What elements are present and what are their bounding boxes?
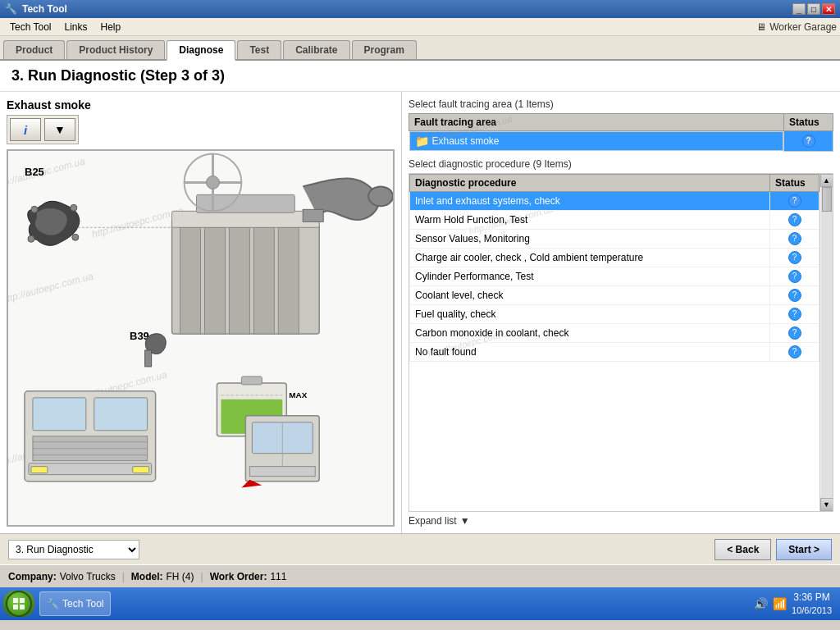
maximize-button[interactable]: □ bbox=[807, 3, 820, 15]
svg-rect-7 bbox=[229, 227, 249, 334]
svg-point-3 bbox=[28, 235, 34, 242]
diag-cell-6: Fuel quality, check bbox=[410, 304, 770, 323]
company-label: Company: bbox=[8, 571, 57, 582]
svg-rect-42 bbox=[13, 598, 18, 603]
scrollbar[interactable]: ▲ ▼ bbox=[819, 174, 833, 512]
diag-status-7: ? bbox=[770, 323, 819, 342]
start-button[interactable]: Start > bbox=[776, 539, 832, 560]
model-label: Model: bbox=[131, 571, 163, 582]
company-value: Volvo Trucks bbox=[60, 571, 116, 582]
tab-calibrate[interactable]: Calibrate bbox=[283, 40, 349, 59]
diagnostic-section: Select diagnostic procedure (9 Items) Di… bbox=[409, 158, 833, 527]
diag-status-6: ? bbox=[770, 304, 819, 323]
svg-rect-11 bbox=[197, 194, 295, 212]
info-button[interactable]: i bbox=[10, 118, 41, 141]
menu-links[interactable]: Links bbox=[57, 20, 94, 34]
tab-test[interactable]: Test bbox=[237, 40, 281, 59]
diag-row-4[interactable]: Cylinder Performance, Test ? bbox=[410, 267, 819, 285]
fault-tracing-table: Fault tracing area Status 📁 Exhaust smok… bbox=[409, 113, 833, 152]
statusbar-separator1: | bbox=[122, 571, 125, 582]
expand-list-button[interactable]: Expand list ▼ bbox=[409, 515, 833, 527]
diag-table-container[interactable]: Diagnostic procedure Status Inlet and ex… bbox=[409, 173, 833, 513]
titlebar: 🔧 Tech Tool _ □ ✕ bbox=[0, 0, 840, 18]
diag-status-icon-3: ? bbox=[788, 251, 801, 264]
svg-point-0 bbox=[31, 206, 38, 212]
app-title: Tech Tool bbox=[22, 3, 67, 15]
start-button-taskbar[interactable] bbox=[3, 591, 34, 617]
diag-col-procedure: Diagnostic procedure bbox=[410, 174, 770, 191]
page-title: 3. Run Diagnostic (Step 3 of 3) bbox=[11, 67, 829, 84]
speaker-icon: 🔊 bbox=[754, 597, 768, 610]
work-order-value: 111 bbox=[270, 571, 286, 582]
fault-cell-area: 📁 Exhaust smoke bbox=[409, 131, 784, 151]
diag-row-0[interactable]: Inlet and exhaust systems, check ? bbox=[410, 191, 819, 210]
diagram-toolbar: i ▼ bbox=[7, 115, 79, 144]
diag-status-8: ? bbox=[770, 342, 819, 361]
svg-rect-5 bbox=[180, 227, 201, 334]
taskbar-right: 🔊 📶 3:36 PM 10/6/2013 bbox=[754, 591, 837, 616]
diag-cell-3: Charge air cooler, check , Cold ambient … bbox=[410, 248, 770, 267]
menu-help[interactable]: Help bbox=[94, 20, 128, 34]
tab-product-history[interactable]: Product History bbox=[66, 40, 165, 59]
scroll-down-arrow[interactable]: ▼ bbox=[820, 498, 833, 511]
svg-rect-26 bbox=[31, 467, 48, 473]
content-area: Exhaust smoke i ▼ http://autoepc.com.ua … bbox=[0, 92, 840, 533]
filter-button[interactable]: ▼ bbox=[44, 118, 75, 141]
svg-point-1 bbox=[71, 204, 77, 211]
fault-row-0[interactable]: 📁 Exhaust smoke ? bbox=[409, 131, 833, 152]
diag-status-icon-4: ? bbox=[788, 270, 801, 283]
tab-program[interactable]: Program bbox=[352, 40, 417, 59]
diag-row-7[interactable]: Carbon monoxide in coolant, check ? bbox=[410, 323, 819, 342]
right-panel: http://autoepc.com.ua http://autoepc.com… bbox=[402, 92, 840, 533]
expand-list-label: Expand list bbox=[409, 515, 457, 527]
svg-rect-6 bbox=[204, 227, 225, 334]
engine-diagram-svg: MAX MIN bbox=[8, 151, 393, 525]
diag-row-2[interactable]: Sensor Values, Monitoring ? bbox=[410, 229, 819, 248]
status-icon-0: ? bbox=[802, 135, 815, 148]
tabbar: Product Product History Diagnose Test Ca… bbox=[0, 36, 840, 61]
diag-row-3[interactable]: Charge air cooler, check , Cold ambient … bbox=[410, 248, 819, 267]
network-icon: 📶 bbox=[773, 597, 787, 610]
back-button[interactable]: < Back bbox=[714, 539, 771, 560]
monitor-icon: 🖥 bbox=[756, 21, 766, 33]
minimize-button[interactable]: _ bbox=[792, 3, 806, 15]
taskbar-app-techtool[interactable]: 🔧 Tech Tool bbox=[39, 591, 111, 616]
diag-row-1[interactable]: Warm Hold Function, Test ? bbox=[410, 210, 819, 229]
tab-product[interactable]: Product bbox=[3, 40, 65, 59]
step-select[interactable]: 3. Run Diagnostic bbox=[8, 540, 139, 559]
diag-status-5: ? bbox=[770, 285, 819, 304]
diag-col-status: Status bbox=[770, 174, 819, 191]
svg-rect-10 bbox=[172, 211, 320, 227]
fault-cell-status: ? bbox=[784, 131, 833, 152]
statusbar: Company: Volvo Trucks | Model: FH (4) | … bbox=[0, 564, 840, 587]
app-icon: 🔧 bbox=[5, 3, 17, 15]
svg-point-2 bbox=[72, 234, 79, 240]
navigation-buttons: < Back Start > bbox=[714, 539, 832, 560]
diag-status-icon-2: ? bbox=[788, 232, 801, 245]
diag-row-8[interactable]: No fault found ? bbox=[410, 342, 819, 361]
statusbar-separator2: | bbox=[201, 571, 203, 582]
diag-status-icon-8: ? bbox=[788, 345, 801, 358]
diag-row-5[interactable]: Coolant level, check ? bbox=[410, 285, 819, 304]
scroll-up-arrow[interactable]: ▲ bbox=[820, 174, 833, 187]
fault-tracing-section: Select fault tracing area (1 Items) Faul… bbox=[409, 98, 833, 152]
svg-rect-43 bbox=[20, 598, 25, 603]
main-content: 3. Run Diagnostic (Step 3 of 3) Exhaust … bbox=[0, 61, 840, 533]
svg-point-16 bbox=[368, 186, 393, 206]
diag-row-6[interactable]: Fuel quality, check ? bbox=[410, 304, 819, 323]
scroll-thumb[interactable] bbox=[822, 187, 832, 212]
diag-status-3: ? bbox=[770, 248, 819, 267]
svg-rect-17 bbox=[303, 209, 323, 221]
tab-diagnose[interactable]: Diagnose bbox=[167, 40, 235, 61]
diag-cell-2: Sensor Values, Monitoring bbox=[410, 229, 770, 248]
taskbar-app-label: Tech Tool bbox=[62, 598, 103, 609]
close-button[interactable]: ✕ bbox=[822, 3, 835, 15]
svg-rect-19 bbox=[33, 398, 86, 431]
svg-rect-45 bbox=[20, 605, 25, 609]
step-selector: 3. Run Diagnostic bbox=[8, 540, 139, 559]
diagram-area: http://autoepc.com.ua http://autoepc.com… bbox=[7, 149, 395, 527]
menu-tech-tool[interactable]: Tech Tool bbox=[3, 20, 57, 34]
date-display: 10/6/2013 bbox=[792, 605, 832, 616]
clock: 3:36 PM 10/6/2013 bbox=[792, 591, 832, 616]
diag-cell-4: Cylinder Performance, Test bbox=[410, 267, 770, 285]
